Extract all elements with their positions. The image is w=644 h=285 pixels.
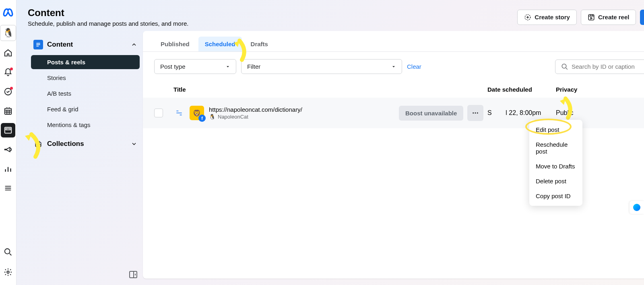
create-story-button[interactable]: Create story — [517, 10, 577, 25]
tab-scheduled[interactable]: Scheduled — [198, 37, 242, 51]
post-date-scheduled: Sat Jul 22, 8:00pm — [487, 109, 556, 117]
inbox-icon[interactable] — [1, 84, 15, 99]
notifications-icon[interactable] — [1, 65, 15, 80]
menu-delete-post[interactable]: Delete post — [529, 174, 582, 189]
meta-logo[interactable] — [0, 5, 16, 20]
create-post-button[interactable]: Create post — [640, 10, 644, 25]
left-nav-rail: 🐧 — [0, 0, 17, 285]
tabs: Published Scheduled Drafts — [143, 31, 644, 52]
content-section-icon — [33, 40, 43, 49]
search-input[interactable] — [572, 63, 644, 70]
chevron-down-icon — [131, 141, 137, 147]
settings-icon[interactable] — [1, 265, 15, 279]
sidebar-section-collections[interactable]: Collections — [28, 136, 143, 152]
post-row: 🦁 f https://napoleoncat.com/dictionary/ … — [143, 98, 644, 128]
post-type-select[interactable]: Post type — [154, 59, 236, 74]
home-icon[interactable] — [1, 46, 15, 60]
svg-rect-3 — [6, 128, 10, 130]
post-type-label: Post type — [160, 63, 186, 70]
tab-drafts[interactable]: Drafts — [244, 37, 275, 51]
page-subtitle: Schedule, publish and manage posts and s… — [28, 20, 188, 27]
table-header: Title Date scheduled Privacy Status — [143, 81, 644, 98]
content-sidebar: Content Posts & reels Stories A/B tests … — [28, 31, 143, 285]
svg-point-5 — [7, 271, 9, 273]
create-reel-label: Create reel — [598, 14, 630, 21]
svg-point-13 — [473, 113, 474, 114]
search-icon[interactable] — [1, 245, 15, 259]
collections-section-icon — [33, 139, 43, 149]
page-title: Content — [28, 7, 188, 18]
filter-select[interactable]: Filter — [241, 59, 402, 74]
account-avatar[interactable]: 🐧 — [0, 25, 16, 41]
inbox-dot — [10, 87, 13, 90]
menu-reschedule-post[interactable]: Reschedule post — [529, 137, 582, 159]
sidebar-item-mentions-tags[interactable]: Mentions & tags — [31, 118, 140, 132]
filter-label: Filter — [247, 63, 260, 70]
help-chat-button[interactable] — [630, 201, 644, 214]
post-privacy: Public — [556, 109, 621, 117]
svg-rect-7 — [588, 14, 594, 20]
page-mini-icon: 🐧 — [209, 114, 215, 120]
notification-dot — [10, 68, 13, 70]
content-icon[interactable] — [1, 123, 15, 137]
sidebar-item-posts-reels[interactable]: Posts & reels — [31, 55, 140, 69]
content-panel: Published Scheduled Drafts Post type Fil… — [143, 31, 644, 279]
create-reel-button[interactable]: Create reel — [581, 10, 636, 25]
boost-button[interactable]: Boost unavailable — [399, 106, 463, 121]
post-page-name: NapoleonCat — [218, 114, 248, 120]
col-title: Title — [173, 86, 399, 93]
svg-rect-1 — [5, 109, 12, 115]
post-title: https://napoleoncat.com/dictionary/ — [209, 106, 302, 113]
page-header: Content Schedule, publish and manage pos… — [17, 0, 644, 31]
row-checkbox[interactable] — [154, 109, 163, 117]
sidebar-section-content-label: Content — [47, 41, 127, 49]
sidebar-section-collections-label: Collections — [47, 140, 127, 148]
clear-filters-link[interactable]: Clear — [407, 63, 421, 70]
menu-copy-post-id[interactable]: Copy post ID — [529, 189, 582, 203]
annotation-arrow-date — [549, 94, 578, 122]
col-date: Date scheduled — [487, 86, 556, 93]
sidebar-item-feed-grid[interactable]: Feed & grid — [31, 102, 140, 116]
col-privacy: Privacy — [556, 86, 621, 93]
create-story-label: Create story — [535, 14, 570, 21]
svg-point-15 — [477, 113, 478, 114]
svg-point-14 — [475, 113, 476, 114]
svg-point-4 — [5, 249, 10, 254]
facebook-badge-icon: f — [198, 115, 206, 122]
page-avatar: 🦁 f — [190, 106, 204, 120]
post-actions-menu: Edit post Reschedule post Move to Drafts… — [529, 120, 582, 206]
ads-icon[interactable] — [1, 142, 15, 157]
col-status: Status — [621, 86, 644, 93]
more-actions-button[interactable] — [467, 105, 483, 121]
sidebar-item-stories[interactable]: Stories — [31, 71, 140, 85]
menu-edit-post[interactable]: Edit post — [529, 122, 582, 137]
sidebar-section-content[interactable]: Content — [28, 37, 143, 53]
insights-icon[interactable] — [1, 162, 15, 176]
calendar-icon[interactable] — [1, 104, 15, 118]
sidebar-item-ab-tests[interactable]: A/B tests — [31, 86, 140, 100]
search-box[interactable] — [555, 59, 644, 74]
post-status — [621, 109, 644, 117]
menu-move-drafts[interactable]: Move to Drafts — [529, 159, 582, 174]
svg-point-12 — [562, 64, 566, 68]
filter-row: Post type Filter Clear i — [143, 52, 644, 81]
chevron-up-icon — [131, 41, 137, 48]
menu-icon[interactable] — [1, 181, 15, 195]
collapse-sidebar-button[interactable] — [128, 270, 138, 279]
link-preview-icon — [173, 105, 185, 121]
tab-published[interactable]: Published — [154, 37, 196, 51]
